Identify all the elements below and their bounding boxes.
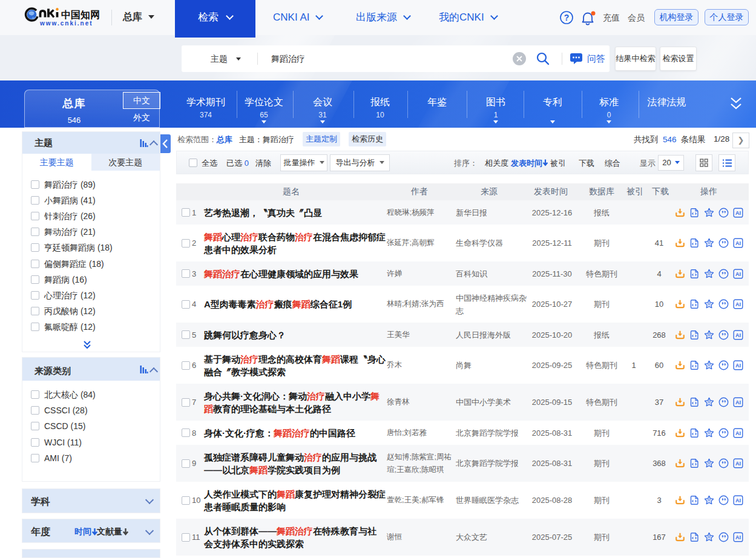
- svg-text:中国知网: 中国知网: [61, 10, 100, 20]
- svg-text:www.cnki.net: www.cnki.net: [39, 20, 93, 27]
- svg-text:?: ?: [564, 13, 570, 22]
